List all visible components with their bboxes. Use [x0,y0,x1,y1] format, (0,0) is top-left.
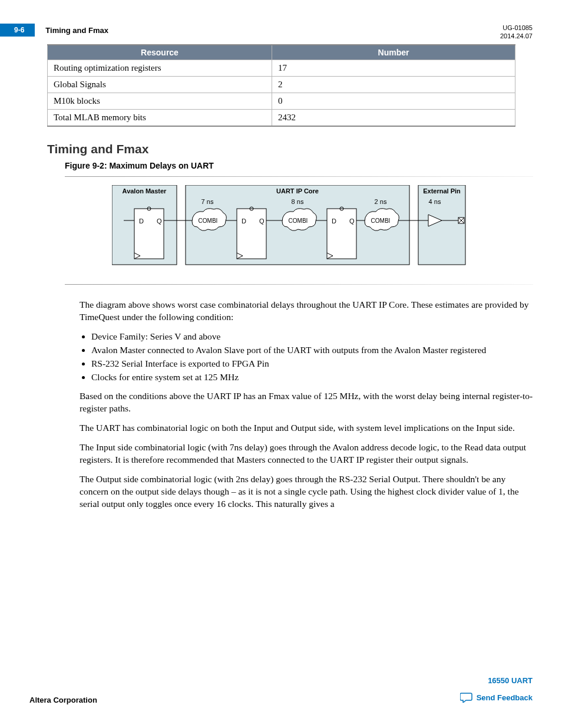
page-footer: Altera Corporation 16550 UART Send Feedb… [29,676,533,704]
table-row: Total MLAB memory bits 2432 [48,109,515,126]
paragraph: The diagram above shows worst case combi… [80,299,533,324]
svg-text:Q: Q [349,218,355,225]
send-feedback-link[interactable]: Send Feedback [460,692,533,703]
list-item: Device Family: Series V and above [91,330,527,343]
svg-text:D: D [332,218,336,225]
svg-rect-11 [237,209,266,259]
table-cell: Routing optimization registers [48,60,272,76]
doc-date: 2014.24.07 [500,32,533,40]
table-header-number: Number [272,45,515,60]
svg-text:Q: Q [259,218,265,225]
figure-title: Figure 9-2: Maximum Delays on UART [65,161,533,170]
svg-text:Q: Q [157,218,162,225]
header-section-title: Timing and Fmax [45,26,108,35]
svg-text:COMBI: COMBI [371,218,391,224]
doc-id: UG-01085 [500,24,533,32]
list-item: RS-232 Serial Interface is exported to F… [91,357,527,370]
svg-rect-3 [134,209,164,259]
divider [65,176,533,177]
table-cell: 0 [272,93,515,109]
table-header-resource: Resource [48,45,272,60]
paragraph: Based on the conditions above the UART I… [80,390,533,415]
table-row: M10k blocks 0 [48,93,515,109]
paragraph: The Input side combinatorial logic (with… [80,442,533,466]
resource-table: Resource Number Routing optimization reg… [47,44,515,127]
list-item: Avalon Master connected to Avalon Slave … [91,344,527,357]
conditions-list: Device Family: Series V and above Avalon… [80,330,527,383]
table-cell: Total MLAB memory bits [48,109,272,126]
table-row: Routing optimization registers 17 [48,60,515,76]
svg-rect-18 [327,209,356,259]
svg-text:D: D [139,218,144,225]
diagram-delay-4: 4 ns [429,198,441,205]
page-header: 9-6 Timing and Fmax UG-01085 2014.24.07 [29,24,533,41]
paragraph: The Output side combinatorial logic (wit… [80,473,533,510]
list-item: Clocks for entire system set at 125 MHz [91,371,527,384]
diagram-delay-1: 7 ns [201,198,214,205]
table-row: Global Signals 2 [48,76,515,93]
footer-product-link[interactable]: 16550 UART [460,676,533,685]
diagram-delay-2: 8 ns [292,198,304,205]
diagram-label-avalon: Avalon Master [123,187,167,195]
table-cell: M10k blocks [48,93,272,109]
diagram-delay-3: 2 ns [375,198,387,205]
page-number: 9-6 [0,24,35,37]
feedback-icon [460,692,473,703]
paragraph: The UART has combinatorial logic on both… [80,422,533,434]
table-cell: Global Signals [48,76,272,93]
table-cell: 2432 [272,109,515,126]
svg-rect-2 [418,185,465,265]
diagram-label-external: External Pin [423,187,461,195]
table-cell: 17 [272,60,515,76]
svg-text:D: D [242,218,246,225]
svg-text:COMBI: COMBI [289,218,308,224]
timing-diagram: Avalon Master UART IP Core External Pin … [112,185,533,276]
diagram-label-uart: UART IP Core [276,187,319,195]
feedback-label: Send Feedback [477,693,533,702]
svg-text:COMBI: COMBI [199,218,218,224]
table-cell: 2 [272,76,515,93]
footer-company: Altera Corporation [29,696,97,704]
divider [65,284,533,285]
section-heading: Timing and Fmax [47,142,533,156]
